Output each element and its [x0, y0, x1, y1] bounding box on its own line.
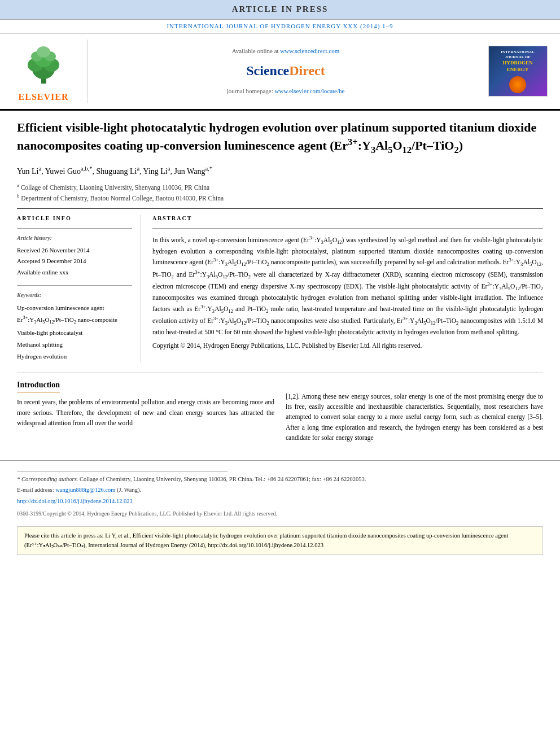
info-divider-top	[17, 228, 132, 229]
info-divider-mid	[17, 285, 132, 286]
journal-homepage-link[interactable]: www.elsevier.com/locate/he	[275, 88, 345, 94]
abstract-divider	[152, 228, 543, 229]
top-section: ELSEVIER Available online at www.science…	[0, 34, 560, 111]
keyword-5: Hydrogen evolution	[17, 351, 132, 362]
available-online-text: Available online at www.sciencedirect.co…	[232, 47, 340, 56]
footnote-divider	[17, 471, 228, 471]
email-recipient: (J. Wang).	[117, 487, 141, 493]
affiliation-b: b Department of Chemistry, Baotou Normal…	[17, 193, 543, 203]
introduction-section: Introduction In recent years, the proble…	[17, 379, 543, 443]
email-link[interactable]: wangjun888tg@126.com	[55, 487, 115, 493]
cite-box-text: Please cite this article in press as: Li…	[24, 532, 508, 548]
article-info-abstract-section: ARTICLE INFO Article history: Received 2…	[17, 215, 543, 362]
footer-copyright: 0360-3199/Copyright © 2014, Hydrogen Ene…	[17, 510, 543, 518]
article-history-label: Article history:	[17, 234, 132, 243]
email-note: E-mail address: wangjun888tg@126.com (J.…	[17, 486, 543, 495]
elsevier-tree-icon	[20, 40, 68, 88]
journal-header-bar: INTERNATIONAL JOURNAL OF HYDROGEN ENERGY…	[0, 20, 560, 34]
available-online-date: Available online xxx	[17, 267, 132, 278]
abstract-copyright: Copyright © 2014, Hydrogen Energy Public…	[152, 341, 543, 351]
affiliations: a Collage of Chemistry, Liaoning Univers…	[17, 182, 543, 203]
abstract-column: ABSTRACT In this work, a novel up-conver…	[152, 215, 543, 362]
keywords-list: Up-conversion luminescence agent Er3+:Y3…	[17, 302, 132, 362]
thick-divider	[17, 208, 543, 209]
doi-link[interactable]: http://dx.doi.org/10.1016/j.ijhydene.201…	[17, 497, 543, 506]
keywords-section: Keywords: Up-conversion luminescence age…	[17, 291, 132, 362]
journal-cover-title: International Journal of HYDROGENENERGY	[492, 50, 544, 73]
cite-box: Please cite this article in press as: Li…	[17, 526, 543, 555]
keyword-4: Methanol splitting	[17, 339, 132, 351]
journal-cover-image: International Journal of HYDROGENENERGY	[488, 46, 548, 97]
article-in-press-banner: ARTICLE IN PRESS	[0, 0, 560, 20]
abstract-text: In this work, a novel up-conversion lumi…	[152, 234, 543, 337]
introduction-col2: [1,2]. Among these new energy sources, s…	[286, 379, 543, 443]
paper-content: Efficient visible-light photocatalytic h…	[0, 111, 560, 449]
keywords-label: Keywords:	[17, 291, 132, 300]
introduction-heading: Introduction	[17, 379, 60, 393]
keyword-3: Visible-light photocatalyst	[17, 327, 132, 339]
article-title: Efficient visible-light photocatalytic h…	[17, 119, 543, 156]
elsevier-logo-area: ELSEVIER	[8, 40, 88, 103]
accepted-date: Accepted 9 December 2014	[17, 256, 132, 267]
keyword-2: Er3+:Y3Al5O12/Pt–TiO2 nano-composite	[17, 313, 132, 327]
authors-line: Yun Lia, Yuwei Guoa,b,*, Shuguang Lia, Y…	[17, 164, 543, 177]
center-journal-info: Available online at www.sciencedirect.co…	[88, 40, 484, 103]
sciencedirect-url[interactable]: www.sciencedirect.com	[280, 47, 339, 54]
corresponding-authors-note: * Corresponding authors. Collage of Chem…	[17, 475, 543, 484]
elsevier-brand-label: ELSEVIER	[19, 90, 69, 103]
article-info-heading: ARTICLE INFO	[17, 215, 132, 223]
affiliation-a: a Collage of Chemistry, Liaoning Univers…	[17, 182, 543, 193]
abstract-heading: ABSTRACT	[152, 215, 543, 223]
journal-cover-area: International Journal of HYDROGENENERGY	[484, 40, 552, 103]
body-divider	[17, 373, 543, 373]
journal-cover-decoration	[509, 76, 526, 93]
svg-point-7	[37, 46, 50, 58]
article-info-column: ARTICLE INFO Article history: Received 2…	[17, 215, 141, 362]
keyword-1: Up-conversion luminescence agent	[17, 302, 132, 314]
article-dates: Received 26 November 2014 Accepted 9 Dec…	[17, 245, 132, 278]
received-date: Received 26 November 2014	[17, 245, 132, 256]
intro-text-col2: [1,2]. Among these new energy sources, s…	[286, 391, 543, 443]
journal-homepage-line: journal homepage: www.elsevier.com/locat…	[227, 87, 345, 96]
sciencedirect-logo: ScienceDirect	[246, 61, 325, 81]
intro-text-col1: In recent years, the problems of environ…	[17, 397, 274, 428]
footnote-area: * Corresponding authors. Collage of Chem…	[0, 460, 560, 518]
introduction-col1: Introduction In recent years, the proble…	[17, 379, 274, 443]
